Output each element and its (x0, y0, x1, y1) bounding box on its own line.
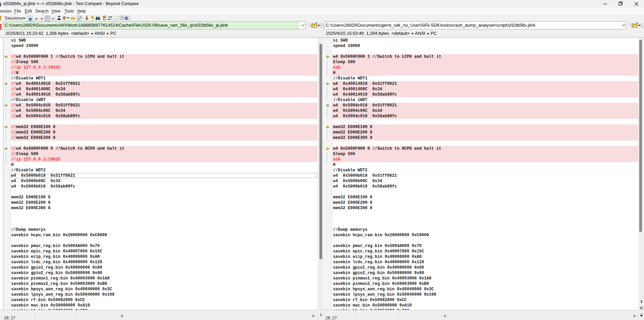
svg-text:2: 2 (120, 18, 121, 20)
svg-text:35: 35 (115, 17, 118, 19)
